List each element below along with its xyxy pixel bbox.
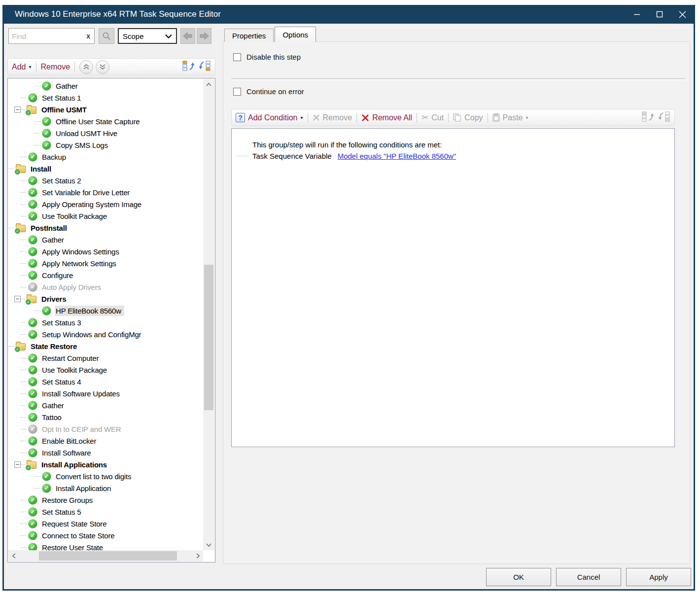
- move-up-button[interactable]: [79, 60, 93, 74]
- tree-row[interactable]: Drivers: [8, 293, 203, 305]
- expander-minus-icon[interactable]: [14, 461, 21, 468]
- tree-row-label: Enable BitLocker: [41, 436, 99, 446]
- tree-row-label: Apply Windows Settings: [41, 246, 122, 257]
- tab-strip: Properties Options: [224, 27, 317, 42]
- continue-on-error-checkbox[interactable]: [233, 88, 241, 96]
- tree-row[interactable]: ✓Auto Apply Drivers: [8, 281, 203, 293]
- tree-row[interactable]: Install Applications: [8, 458, 203, 470]
- cancel-button[interactable]: Cancel: [556, 568, 621, 586]
- remove-button[interactable]: Remove: [41, 63, 70, 71]
- tree-row[interactable]: ✓Restart Computer: [8, 352, 203, 364]
- remove-all-conditions-button[interactable]: Remove All: [361, 113, 412, 122]
- tree-line: [21, 464, 25, 465]
- scroll-up-arrow[interactable]: [203, 79, 214, 90]
- cut-button[interactable]: ✂ Cut: [421, 112, 444, 123]
- scope-dropdown[interactable]: Scope: [118, 28, 177, 44]
- tree-vertical-scrollbar[interactable]: [203, 79, 214, 550]
- ok-button[interactable]: OK: [486, 568, 551, 586]
- tree-row[interactable]: ✓Offline User State Capture: [8, 115, 203, 127]
- tree-line: [21, 441, 27, 441]
- tree-row[interactable]: ✓Apply Operating System Image: [8, 198, 203, 210]
- tree-row[interactable]: ✓Backup: [8, 151, 203, 163]
- tree-row[interactable]: ✓Set Status 2: [8, 175, 203, 186]
- toolbar-separator: [308, 113, 308, 123]
- move-condition-down-button[interactable]: [658, 111, 670, 124]
- step-success-icon: ✓: [42, 472, 51, 481]
- move-item-up-button[interactable]: [182, 61, 195, 73]
- expander-minus-icon[interactable]: [14, 296, 21, 302]
- move-down-button[interactable]: [96, 60, 109, 74]
- tree-row[interactable]: ✓Apply Windows Settings: [8, 246, 203, 257]
- tree-row[interactable]: ✓Unload USMT Hive: [8, 127, 203, 139]
- tree-row[interactable]: ✓Gather: [8, 234, 203, 246]
- tree-row[interactable]: ✓Enable BitLocker: [8, 435, 203, 447]
- navigate-forward-button[interactable]: [197, 28, 211, 44]
- tab-properties[interactable]: Properties: [224, 29, 274, 42]
- tree-row[interactable]: ✓Gather: [8, 80, 203, 92]
- move-condition-up-button[interactable]: [642, 111, 654, 124]
- copy-button[interactable]: Copy: [453, 113, 483, 122]
- tree-row[interactable]: ✓Gather: [8, 399, 203, 411]
- tree-row[interactable]: ✓Install Software: [8, 447, 203, 458]
- step-success-icon: ✓: [28, 507, 37, 517]
- tree-row[interactable]: ✓Set Variable for Drive Letter: [8, 186, 203, 198]
- tree-row-label: Setup Windows and ConfigMgr: [41, 329, 144, 340]
- tree-row[interactable]: ✓Tattoo: [8, 411, 203, 423]
- paste-button[interactable]: Paste ▾: [492, 113, 528, 122]
- add-button[interactable]: Add ▾: [12, 63, 32, 71]
- tree-row-label: Set Status 1: [41, 93, 84, 103]
- navigate-back-button[interactable]: [180, 28, 195, 44]
- move-item-up-icon: [182, 61, 195, 71]
- tree-row[interactable]: ✓HP EliteBook 8560w: [8, 305, 203, 317]
- tree-row[interactable]: ✓Set Status 1: [8, 92, 203, 104]
- close-button[interactable]: [671, 5, 694, 24]
- tree-row[interactable]: ✓Configure: [8, 269, 203, 281]
- minimize-button[interactable]: [626, 5, 648, 24]
- tree-row[interactable]: ✓Convert list to two digits: [8, 470, 203, 482]
- tree-line: [21, 393, 27, 394]
- tree-row-label: Offline USMT: [40, 105, 90, 115]
- tab-options[interactable]: Options: [275, 27, 316, 42]
- tree-row[interactable]: ✓Set Status 5: [8, 506, 203, 518]
- scroll-right-arrow[interactable]: [192, 550, 203, 562]
- tree-row-label: Tattoo: [41, 412, 65, 422]
- disable-step-checkbox[interactable]: [233, 53, 241, 61]
- move-item-down-button[interactable]: [199, 61, 211, 73]
- scrollbar-thumb[interactable]: [39, 551, 177, 561]
- search-button[interactable]: [99, 28, 114, 44]
- add-condition-button[interactable]: ? Add Condition ▾: [236, 113, 303, 122]
- condition-item[interactable]: Task Sequence VariableModel equals "HP E…: [237, 152, 674, 160]
- tree-row[interactable]: ✓Request State Store: [8, 518, 203, 529]
- tree-row[interactable]: ✓Set Status 4: [8, 376, 203, 387]
- find-clear-button[interactable]: x: [82, 32, 94, 40]
- maximize-button[interactable]: [648, 5, 671, 24]
- tree-row[interactable]: ✓Set Status 3: [8, 317, 203, 328]
- condition-link[interactable]: Model equals "HP EliteBook 8560w": [338, 152, 456, 160]
- tree-row[interactable]: ✓Connect to State Store: [8, 529, 203, 541]
- scroll-left-arrow[interactable]: [8, 550, 19, 562]
- apply-button[interactable]: Apply: [626, 568, 691, 586]
- tree-row-label: Install: [30, 164, 54, 174]
- tree-row[interactable]: ✓Opt In to CEIP and WER: [8, 423, 203, 435]
- remove-condition-button[interactable]: Remove: [313, 113, 352, 122]
- scrollbar-thumb[interactable]: [204, 265, 213, 410]
- tree-row[interactable]: ✓Install Application: [8, 482, 203, 494]
- tree-row[interactable]: Install: [8, 163, 203, 175]
- tree-row[interactable]: ✓Install Software Updates: [8, 387, 203, 399]
- tree-row[interactable]: ✓Use Toolkit Package: [8, 210, 203, 222]
- tree-row[interactable]: ✓Use Toolkit Package: [8, 364, 203, 376]
- tree-row[interactable]: PostInstall: [8, 222, 203, 234]
- tree-row[interactable]: ✓Restore Groups: [8, 494, 203, 506]
- tree-row[interactable]: ✓Setup Windows and ConfigMgr: [8, 328, 203, 340]
- tree-row[interactable]: ✓Apply Network Settings: [8, 257, 203, 269]
- tree-row[interactable]: Offline USMT: [8, 104, 203, 115]
- expander-minus-icon[interactable]: [14, 106, 21, 113]
- scroll-down-arrow[interactable]: [203, 539, 214, 550]
- tree-row[interactable]: ✓Restore User State: [8, 541, 203, 550]
- tree-row[interactable]: State Restore: [8, 340, 203, 352]
- find-input[interactable]: [9, 32, 82, 40]
- tree-line: [21, 429, 27, 429]
- tree-row[interactable]: ✓Copy SMS Logs: [8, 139, 203, 151]
- condition-toolbar: ? Add Condition ▾ Remove Remove All ✂: [231, 109, 675, 126]
- tree-horizontal-scrollbar[interactable]: [8, 550, 203, 562]
